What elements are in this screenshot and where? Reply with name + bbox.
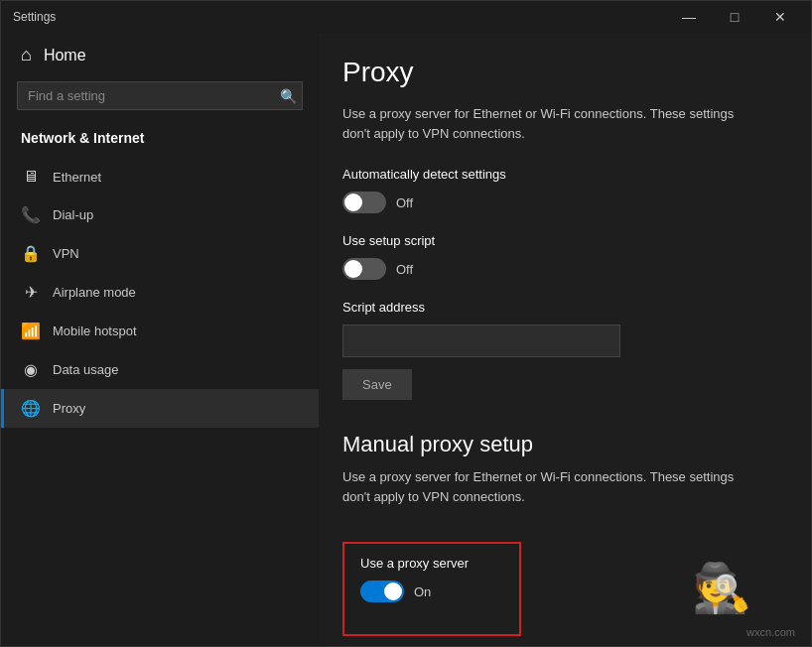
minimize-button[interactable]: — [666, 1, 712, 33]
proxy-server-toggle[interactable] [360, 581, 404, 602]
watermark: wxcn.com [746, 626, 795, 638]
manual-description: Use a proxy server for Ethernet or Wi-Fi… [342, 467, 759, 506]
right-content: Proxy Use a proxy server for Ethernet or… [319, 33, 811, 646]
setup-toggle[interactable] [342, 258, 386, 280]
data-usage-icon: ◉ [21, 360, 41, 379]
dialup-icon: 📞 [21, 205, 41, 224]
vpn-icon: 🔒 [21, 244, 41, 263]
detect-toggle-row: Off [342, 192, 779, 213]
ethernet-icon: 🖥 [21, 168, 41, 186]
script-address-input[interactable] [342, 324, 620, 357]
page-title: Proxy [342, 57, 779, 88]
proxy-server-box: Use a proxy server On [342, 542, 521, 636]
right-panel: Proxy Use a proxy server for Ethernet or… [319, 33, 811, 646]
home-label: Home [44, 47, 86, 65]
sidebar-item-vpn[interactable]: 🔒 VPN [1, 234, 319, 273]
sidebar-item-airplane[interactable]: ✈ Airplane mode [1, 273, 319, 312]
sidebar-search-container: 🔍 [17, 81, 303, 110]
sidebar-section-title: Network & Internet [1, 122, 319, 158]
sidebar-item-home[interactable]: ⌂ Home [1, 33, 319, 77]
proxy-server-toggle-knob [384, 582, 402, 600]
sidebar-item-data-usage[interactable]: ◉ Data usage [1, 350, 319, 389]
proxy-server-label: Use a proxy server [360, 556, 503, 571]
detect-toggle-knob [344, 194, 362, 211]
automatic-description: Use a proxy server for Ethernet or Wi-Fi… [342, 104, 759, 143]
settings-window: Settings — □ ✕ ⌂ Home 🔍 Network & Intern… [0, 0, 812, 647]
proxy-server-toggle-row: On [360, 581, 503, 602]
airplane-icon: ✈ [21, 283, 41, 302]
sidebar-item-label: Dial-up [53, 207, 93, 222]
sidebar-item-proxy[interactable]: 🌐 Proxy [1, 389, 319, 428]
sidebar-item-ethernet[interactable]: 🖥 Ethernet [1, 158, 319, 195]
save-button[interactable]: Save [342, 369, 412, 400]
proxy-icon: 🌐 [21, 399, 41, 418]
close-button[interactable]: ✕ [757, 1, 803, 33]
setup-script-label: Use setup script [342, 233, 779, 248]
proxy-server-toggle-status: On [414, 584, 431, 599]
manual-proxy-heading: Manual proxy setup [342, 432, 779, 457]
sidebar-item-label: Airplane mode [53, 285, 136, 300]
detect-settings-label: Automatically detect settings [342, 167, 779, 182]
setup-toggle-knob [344, 260, 362, 278]
title-bar: Settings — □ ✕ [1, 1, 811, 33]
mascot-image: 🕵️ [692, 561, 751, 616]
title-bar-controls: — □ ✕ [666, 1, 803, 33]
sidebar-item-label: VPN [53, 246, 79, 261]
sidebar-item-label: Data usage [53, 362, 119, 377]
maximize-button[interactable]: □ [712, 1, 757, 33]
window-title: Settings [13, 10, 56, 24]
sidebar-item-label: Mobile hotspot [53, 324, 137, 338]
search-icon[interactable]: 🔍 [280, 88, 297, 104]
home-icon: ⌂ [21, 45, 32, 65]
detect-toggle-status: Off [396, 195, 413, 210]
sidebar-item-hotspot[interactable]: 📶 Mobile hotspot [1, 312, 319, 350]
sidebar-item-dialup[interactable]: 📞 Dial-up [1, 195, 319, 234]
search-input[interactable] [17, 81, 303, 110]
setup-toggle-row: Off [342, 258, 779, 280]
script-address-label: Script address [342, 300, 779, 315]
sidebar-item-label: Ethernet [53, 170, 101, 185]
setup-toggle-status: Off [396, 262, 413, 277]
sidebar-item-label: Proxy [53, 401, 85, 416]
sidebar: ⌂ Home 🔍 Network & Internet 🖥 Ethernet 📞… [1, 33, 319, 646]
detect-toggle[interactable] [342, 192, 386, 213]
hotspot-icon: 📶 [21, 322, 41, 340]
main-content: ⌂ Home 🔍 Network & Internet 🖥 Ethernet 📞… [1, 33, 811, 646]
